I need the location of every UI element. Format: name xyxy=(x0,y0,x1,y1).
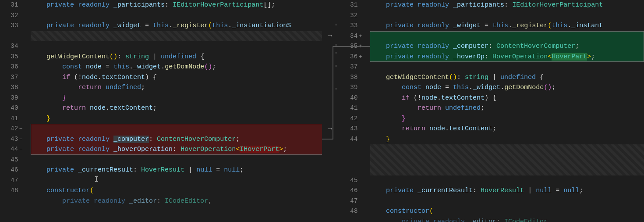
line-number[interactable]: 38 xyxy=(338,72,370,83)
code-line[interactable]: getWidgetContent(): string | undefined { xyxy=(370,72,644,83)
line-number[interactable]: 33 xyxy=(0,21,31,31)
line-number[interactable]: 40 xyxy=(338,93,370,104)
line-number[interactable]: 31 xyxy=(0,0,31,11)
line-number[interactable]: 32 xyxy=(338,11,370,21)
code-line[interactable]: private readonly _editor: ICodeEditor, xyxy=(370,217,644,222)
modified-pane: 31 32 33 34 35 36 37 38 39 40 41 42 43 4… xyxy=(338,0,644,222)
code-line[interactable] xyxy=(31,124,322,134)
line-number[interactable]: 36 xyxy=(338,52,370,62)
code-line[interactable] xyxy=(370,62,644,72)
code-line[interactable]: if (!node.textContent) { xyxy=(370,93,644,104)
code-line[interactable] xyxy=(370,11,644,21)
code-line[interactable]: getWidgetContent(): string | undefined { xyxy=(31,52,322,62)
gutter-left[interactable]: 31 32 33 34 35 36 37 38 39 40 41 42 43 4… xyxy=(0,0,31,222)
code-line[interactable]: } xyxy=(31,114,322,124)
code-line[interactable]: private readonly _computer: ContentHover… xyxy=(370,41,644,52)
code-line[interactable]: return undefined; xyxy=(370,103,644,114)
code-line[interactable] xyxy=(370,144,644,155)
line-number[interactable]: 41 xyxy=(338,103,370,114)
line-number[interactable]: 46 xyxy=(0,165,31,175)
code-line[interactable] xyxy=(370,165,644,175)
code-line[interactable]: return undefined; xyxy=(31,82,322,93)
code-line[interactable]: const node = this._widget.getDomNode(); xyxy=(370,82,644,93)
line-number[interactable] xyxy=(338,144,370,155)
revert-arrow-icon[interactable]: → xyxy=(326,125,334,133)
diff-editor: 31 32 33 34 35 36 37 38 39 40 41 42 43 4… xyxy=(0,0,644,222)
code-line[interactable]: return node.textContent; xyxy=(370,124,644,134)
code-line[interactable]: constructor( xyxy=(370,206,644,217)
revert-arrow-icon[interactable]: → xyxy=(326,32,334,40)
line-number[interactable]: 39 xyxy=(338,82,370,93)
line-number[interactable]: 35 xyxy=(338,41,370,52)
code-line[interactable] xyxy=(31,31,322,42)
line-number[interactable]: 42 xyxy=(338,114,370,124)
line-number[interactable]: 44 xyxy=(0,144,31,155)
original-code[interactable]: private readonly _participants: IEditorH… xyxy=(31,0,322,222)
overview-marker xyxy=(336,52,336,54)
line-number[interactable] xyxy=(0,196,31,207)
line-number[interactable]: 38 xyxy=(0,82,31,93)
code-line[interactable]: private readonly _hoverOp: HoverOperatio… xyxy=(370,52,644,62)
line-number[interactable]: 47 xyxy=(0,175,31,186)
line-number[interactable]: 44 xyxy=(338,134,370,145)
line-number[interactable]: 32 xyxy=(0,11,31,21)
line-number[interactable]: 43 xyxy=(0,134,31,145)
line-number[interactable]: 31 xyxy=(338,0,370,11)
overview-marker xyxy=(336,65,336,67)
line-number[interactable]: 48 xyxy=(338,206,370,217)
line-number[interactable] xyxy=(338,165,370,175)
modified-code[interactable]: private readonly _participants: IEditorH… xyxy=(370,0,644,222)
line-number[interactable]: 40 xyxy=(0,103,31,114)
line-number[interactable]: 37 xyxy=(338,62,370,72)
original-pane: 31 32 33 34 35 36 37 38 39 40 41 42 43 4… xyxy=(0,0,322,222)
code-line[interactable]: const node = this._widget.getDomNode(); xyxy=(31,62,322,72)
code-line[interactable]: private _currentResult: HoverResult | nu… xyxy=(370,186,644,196)
code-line[interactable]: private readonly _widget = this._registe… xyxy=(370,21,644,31)
code-line[interactable]: } xyxy=(370,114,644,124)
line-number[interactable]: 34 xyxy=(0,41,31,52)
code-line[interactable]: private readonly _editor: ICodeEditor, xyxy=(31,196,322,207)
line-number[interactable] xyxy=(338,217,370,222)
line-number[interactable]: 42 xyxy=(0,124,31,134)
code-line[interactable]: private _currentResult: HoverResult | nu… xyxy=(31,165,322,175)
line-number[interactable]: 33 xyxy=(338,21,370,31)
code-line[interactable]: if (!node.textContent) { xyxy=(31,72,322,83)
line-number[interactable]: 36 xyxy=(0,62,31,72)
code-line[interactable]: } xyxy=(370,134,644,145)
code-line[interactable] xyxy=(370,31,644,42)
selected-token[interactable]: _computer xyxy=(113,136,149,143)
overview-marker xyxy=(336,88,336,90)
code-line[interactable]: return node.textContent; xyxy=(31,103,322,114)
line-number[interactable]: 34 xyxy=(338,31,370,42)
code-line[interactable] xyxy=(31,155,322,165)
line-number[interactable]: 45 xyxy=(338,175,370,186)
line-number[interactable]: 39 xyxy=(0,93,31,104)
code-line[interactable] xyxy=(370,175,644,186)
code-line[interactable]: private readonly _computer: ContentHover… xyxy=(31,134,322,145)
code-line[interactable] xyxy=(370,196,644,207)
line-number[interactable]: 43 xyxy=(338,124,370,134)
line-number[interactable]: 46 xyxy=(338,186,370,196)
line-number[interactable]: 35 xyxy=(0,52,31,62)
code-line[interactable]: } xyxy=(31,93,322,104)
gutter-right[interactable]: 31 32 33 34 35 36 37 38 39 40 41 42 43 4… xyxy=(338,0,370,222)
line-number[interactable]: 41 xyxy=(0,114,31,124)
line-number[interactable]: 48 xyxy=(0,186,31,196)
line-number[interactable]: 45 xyxy=(0,155,31,165)
line-number[interactable] xyxy=(0,31,31,42)
code-line[interactable]: private readonly _widget = this._registe… xyxy=(31,21,322,31)
code-line[interactable] xyxy=(31,175,322,186)
code-line[interactable]: private readonly _participants: IEditorH… xyxy=(370,0,644,11)
line-number[interactable] xyxy=(338,155,370,165)
code-line[interactable] xyxy=(31,41,322,52)
overview-marker xyxy=(336,24,336,25)
code-line[interactable]: private readonly _participants: IEditorH… xyxy=(31,0,322,11)
line-number[interactable]: 47 xyxy=(338,196,370,207)
diff-gutter-middle: → → xyxy=(322,0,338,222)
overview-marker xyxy=(336,44,336,46)
code-line[interactable] xyxy=(31,11,322,21)
line-number[interactable]: 37 xyxy=(0,72,31,83)
code-line[interactable]: private readonly _hoverOperation: HoverO… xyxy=(31,144,322,155)
code-line[interactable]: constructor( xyxy=(31,186,322,196)
code-line[interactable] xyxy=(370,155,644,165)
